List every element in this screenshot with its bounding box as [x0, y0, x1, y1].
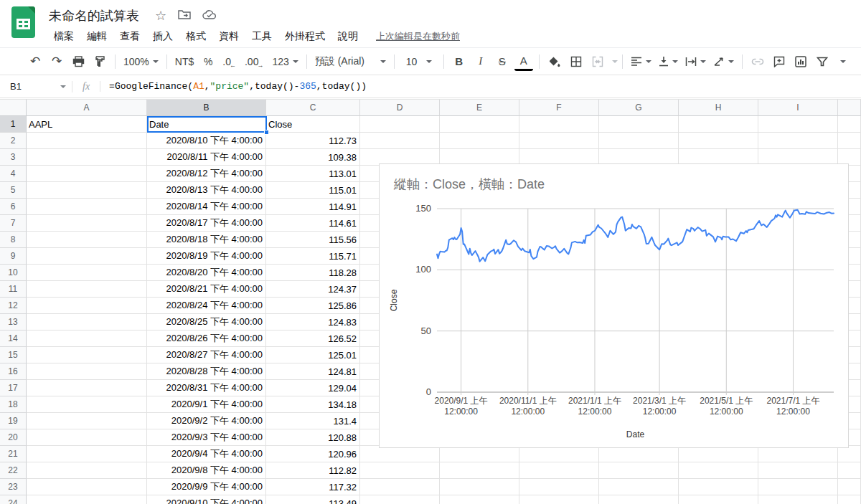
cell[interactable]: 2020/8/13 下午 4:00:00 [147, 182, 266, 199]
cell[interactable]: Close [266, 116, 360, 133]
menu-data[interactable]: 資料 [212, 27, 245, 46]
row-header-16[interactable]: 16 [0, 363, 27, 380]
cell[interactable]: 114.61 [266, 215, 360, 232]
cell[interactable] [27, 281, 147, 298]
cell[interactable]: 126.52 [266, 331, 360, 347]
column-header-partial[interactable] [838, 99, 861, 116]
cell[interactable] [27, 166, 147, 182]
cell[interactable] [27, 314, 147, 331]
italic-button[interactable]: I [471, 52, 490, 71]
cell[interactable]: 2020/8/31 下午 4:00:00 [147, 380, 266, 396]
last-edit-status[interactable]: 上次編輯是在數秒前 [376, 30, 460, 43]
cell[interactable]: 124.81 [266, 363, 360, 380]
cell[interactable]: 2020/8/12 下午 4:00:00 [147, 166, 266, 182]
row-header-22[interactable]: 22 [0, 462, 27, 479]
row-header-12[interactable]: 12 [0, 298, 27, 314]
cell[interactable]: 2020/9/2 下午 4:00:00 [147, 413, 266, 429]
cell[interactable]: 2020/8/24 下午 4:00:00 [147, 298, 266, 314]
cell[interactable]: 120.96 [266, 446, 360, 462]
column-header-G[interactable]: G [599, 99, 679, 116]
cell[interactable] [360, 133, 440, 149]
cell[interactable]: Date [147, 116, 266, 133]
cell[interactable] [360, 462, 440, 479]
row-header-14[interactable]: 14 [0, 331, 27, 347]
cell[interactable] [27, 331, 147, 347]
paint-format-button[interactable] [90, 52, 109, 71]
redo-button[interactable]: ↷ [47, 52, 66, 71]
cell[interactable]: 2020/9/1 下午 4:00:00 [147, 396, 266, 413]
cell[interactable]: 129.04 [266, 380, 360, 396]
cell[interactable]: 2020/8/19 下午 4:00:00 [147, 248, 266, 265]
row-header-18[interactable]: 18 [0, 396, 27, 413]
cell[interactable]: 2020/8/26 下午 4:00:00 [147, 331, 266, 347]
insert-chart-button[interactable] [791, 52, 810, 71]
column-header-H[interactable]: H [679, 99, 758, 116]
strikethrough-button[interactable]: S [493, 52, 512, 71]
sheets-logo-icon[interactable] [11, 6, 35, 38]
cell[interactable] [360, 495, 440, 504]
column-header-A[interactable]: A [27, 99, 147, 116]
row-header-5[interactable]: 5 [0, 182, 27, 199]
formula-input[interactable]: =GoogleFinance(A1,"price",today()-365,to… [100, 81, 367, 92]
filter-button[interactable] [813, 52, 832, 71]
menu-format[interactable]: 格式 [179, 27, 212, 46]
font-size-select[interactable]: 10 [400, 52, 438, 71]
column-header-C[interactable]: C [266, 99, 360, 116]
cell[interactable] [599, 462, 679, 479]
currency-format-button[interactable]: NT$ [173, 52, 196, 71]
cell[interactable] [599, 495, 679, 504]
row-header-24[interactable]: 24 [0, 495, 27, 504]
decrease-decimal-button[interactable]: .0 ← [220, 52, 240, 71]
name-box[interactable]: B1 [0, 81, 72, 92]
merge-cells-button[interactable] [588, 52, 607, 71]
cell[interactable]: 113.49 [266, 495, 360, 504]
cell[interactable] [27, 232, 147, 248]
cell[interactable]: 114.91 [266, 199, 360, 215]
cell[interactable]: 131.4 [266, 413, 360, 429]
cell[interactable] [27, 479, 147, 495]
row-header-17[interactable]: 17 [0, 380, 27, 396]
cell[interactable] [519, 462, 599, 479]
cell[interactable] [27, 380, 147, 396]
row-header-3[interactable]: 3 [0, 149, 27, 166]
cell[interactable] [838, 116, 861, 133]
cell[interactable]: 2020/8/10 下午 4:00:00 [147, 133, 266, 149]
row-header-6[interactable]: 6 [0, 199, 27, 215]
row-header-19[interactable]: 19 [0, 413, 27, 429]
cell[interactable] [27, 248, 147, 265]
cell[interactable]: 2020/9/3 下午 4:00:00 [147, 429, 266, 446]
row-header-10[interactable]: 10 [0, 265, 27, 281]
row-header-15[interactable]: 15 [0, 347, 27, 363]
cell[interactable] [27, 298, 147, 314]
column-header-E[interactable]: E [440, 99, 519, 116]
cell[interactable] [599, 479, 679, 495]
cell[interactable] [838, 479, 861, 495]
cell[interactable]: 2020/8/21 下午 4:00:00 [147, 281, 266, 298]
cell[interactable]: 118.28 [266, 265, 360, 281]
cell[interactable]: 134.18 [266, 396, 360, 413]
cell[interactable]: 2020/8/27 下午 4:00:00 [147, 347, 266, 363]
menu-tools[interactable]: 工具 [245, 27, 278, 46]
print-button[interactable] [69, 52, 88, 71]
percent-format-button[interactable]: % [199, 52, 217, 71]
cell[interactable] [440, 479, 519, 495]
cell[interactable]: 2020/9/8 下午 4:00:00 [147, 462, 266, 479]
cell[interactable] [27, 182, 147, 199]
borders-button[interactable] [567, 52, 585, 71]
bold-button[interactable]: B [450, 52, 469, 71]
cell[interactable] [27, 462, 147, 479]
menu-view[interactable]: 查看 [113, 27, 146, 46]
cell[interactable]: 2020/9/4 下午 4:00:00 [147, 446, 266, 462]
document-title[interactable]: 未命名的試算表 [49, 7, 139, 24]
row-header-2[interactable]: 2 [0, 133, 27, 149]
column-header-I[interactable]: I [758, 99, 838, 116]
cloud-saved-icon[interactable] [202, 9, 217, 23]
cell[interactable] [27, 149, 147, 166]
fill-color-button[interactable] [545, 52, 564, 71]
cell[interactable]: 2020/8/17 下午 4:00:00 [147, 215, 266, 232]
cell[interactable]: 2020/8/25 下午 4:00:00 [147, 314, 266, 331]
cell[interactable]: 2020/8/28 下午 4:00:00 [147, 363, 266, 380]
cell[interactable]: 112.82 [266, 462, 360, 479]
cell[interactable]: 120.88 [266, 429, 360, 446]
cell[interactable] [519, 495, 599, 504]
